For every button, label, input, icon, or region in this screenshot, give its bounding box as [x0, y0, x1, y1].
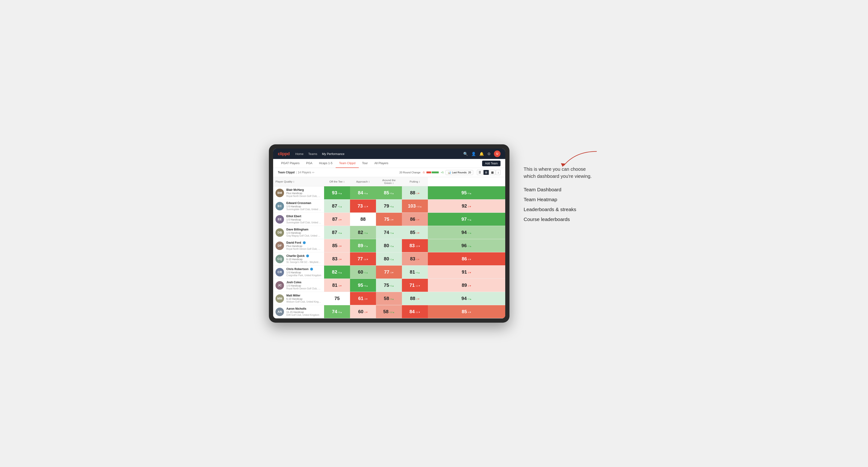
metric-cell-r4-c4: 96 +3▲	[428, 239, 505, 252]
player-handicap: 11-15 Handicap	[286, 311, 319, 313]
metric-change: +15▲	[416, 206, 422, 208]
col-player: Player Quality ↕	[273, 177, 324, 186]
change-neg: -5	[423, 171, 425, 174]
metric-inner: 87 +1▲	[324, 199, 350, 213]
search-icon[interactable]: 🔍	[463, 152, 468, 156]
metric-value: 83	[409, 243, 415, 248]
player-cell-3[interactable]: DB Dave Billingham 1-5 Handicap Gog Mago…	[273, 226, 324, 239]
metric-inner: 95 +9▲	[428, 186, 505, 199]
metric-value: 77	[384, 269, 389, 275]
table-row: EC Edward Crossman 1-5 Handicap Sunningd…	[273, 199, 505, 213]
sub-nav-tour[interactable]: Tour	[359, 159, 371, 168]
add-team-button[interactable]: Add Team	[482, 161, 500, 166]
metric-change: +4▲	[415, 272, 420, 274]
col-putting[interactable]: Putting ↕	[402, 177, 428, 186]
metric-inner: 58 +10▲	[376, 305, 402, 318]
metric-change: +8▲	[390, 192, 394, 195]
col-around-green[interactable]: Around the Green ↕	[376, 177, 402, 186]
col-off-tee[interactable]: Off the Tee ↕	[324, 177, 350, 186]
sub-nav-all-players[interactable]: All Players	[371, 159, 392, 168]
metric-value: 75	[384, 283, 389, 288]
nav-home[interactable]: Home	[295, 151, 304, 157]
nav-teams[interactable]: Teams	[308, 151, 317, 157]
metric-inner: 85 -3▼	[402, 226, 428, 239]
settings-icon[interactable]: ⚙	[487, 152, 491, 156]
metric-change: -4▼	[467, 311, 471, 313]
user-icon[interactable]: 👤	[471, 152, 476, 156]
metric-change: +5▲	[467, 219, 472, 221]
metric-value: 75	[335, 296, 340, 301]
player-cell-6[interactable]: CR Chris Robertson 1-5 Handicap Craigmil…	[273, 266, 324, 279]
view-buttons: ☰ ⊞ ▦ ↓	[477, 170, 500, 175]
option-course-leaderboards: Course leaderboards	[524, 217, 599, 222]
sub-nav-team-clippd[interactable]: Team Clippd	[336, 159, 359, 168]
view-grid-button[interactable]: ⊞	[483, 170, 489, 175]
option-team-heatmap: Team Heatmap	[524, 197, 599, 203]
annotation-intro: This is where you can choose which dashb…	[524, 165, 599, 180]
player-cell-5[interactable]: CQ Charlie Quick 6-10 Handicap St. Georg…	[273, 252, 324, 266]
metric-cell-r9-c0: 74 +8▲	[324, 305, 350, 318]
metric-value: 85	[384, 190, 389, 195]
metric-inner: 83 -10▼	[402, 239, 428, 252]
player-avatar: AN	[276, 308, 284, 316]
metric-inner: 74 +1▲	[376, 226, 402, 239]
player-cell-4[interactable]: DF David Ford Plus Handicap Royal North …	[273, 239, 324, 252]
metric-cell-r6-c1: 60 +2▲	[350, 266, 376, 279]
sub-nav-pga[interactable]: PGA	[303, 159, 316, 168]
table-row: AN Aaron Nicholls 11-15 Handicap Drift G…	[273, 305, 505, 318]
metric-inner: 84 -21▼	[402, 305, 428, 318]
metric-value: 84	[358, 190, 363, 195]
table-row: CQ Charlie Quick 6-10 Handicap St. Georg…	[273, 252, 505, 266]
metric-inner: 60 +2▲	[350, 266, 376, 279]
change-pos: +5	[441, 171, 444, 174]
player-handicap: 1-5 Handicap	[286, 218, 322, 221]
bell-icon[interactable]: 🔔	[479, 152, 484, 156]
metric-change: -3▼	[364, 298, 368, 300]
metric-cell-r4-c2: 80 +3▲	[376, 239, 402, 252]
player-cell-8[interactable]: MM Matt Miller 6-10 Handicap Woburn Golf…	[273, 292, 324, 305]
metric-cell-r5-c2: 80 +1▲	[376, 252, 402, 266]
player-name: Matt Miller	[286, 294, 322, 297]
user-avatar[interactable]: U	[494, 151, 500, 157]
metric-value: 88	[410, 190, 415, 195]
metric-value: 88	[410, 296, 415, 301]
metric-value: 75	[384, 217, 389, 222]
verified-badge	[306, 254, 309, 257]
table-row: DF David Ford Plus Handicap Royal North …	[273, 239, 505, 252]
view-heatmap-button[interactable]: ▦	[489, 170, 495, 175]
nav-my-performance[interactable]: My Performance	[322, 151, 344, 157]
metric-cell-r0-c0: 93 +4▲	[324, 186, 350, 199]
player-name: David Ford	[286, 241, 322, 244]
metric-value: 73	[358, 203, 363, 209]
edit-icon[interactable]: ✏	[312, 171, 315, 174]
player-name: Dave Billingham	[286, 228, 322, 231]
view-download-button[interactable]: ↓	[496, 170, 500, 175]
col-approach[interactable]: Approach ↕	[350, 177, 376, 186]
player-cell-1[interactable]: EC Edward Crossman 1-5 Handicap Sunningd…	[273, 199, 324, 213]
metric-value: 82	[358, 230, 363, 235]
player-cell-2[interactable]: EE Elliot Ebert 1-5 Handicap Sunningdale…	[273, 213, 324, 226]
metric-cell-r0-c1: 84 +6▲	[350, 186, 376, 199]
metric-change: -3▼	[467, 206, 471, 208]
metric-cell-r2-c4: 97 +5▲	[428, 213, 505, 226]
last-rounds-button[interactable]: 📊 Last Rounds: 20	[445, 170, 473, 175]
metric-change: -21▼	[415, 311, 420, 313]
metric-value: 92	[462, 203, 467, 209]
player-name: Charlie Quick	[286, 254, 322, 257]
metric-inner: 97 +5▲	[428, 213, 505, 226]
player-cell-0[interactable]: BM Blair McHarg Plus Handicap Royal Nort…	[273, 186, 324, 199]
sub-nav-hcaps[interactable]: Hcaps 1-5	[316, 159, 336, 168]
metric-cell-r7-c4: 89 -2▼	[428, 279, 505, 292]
metric-cell-r6-c2: 77 -3▼	[376, 266, 402, 279]
metric-change: -3▼	[416, 232, 420, 234]
view-list-button[interactable]: ☰	[477, 170, 483, 175]
sub-nav-pgat[interactable]: PGAT Players	[278, 159, 303, 168]
player-cell-7[interactable]: JC Josh Coles 1-5 Handicap Royal North D…	[273, 279, 324, 292]
metric-cell-r4-c3: 83 -10▼	[402, 239, 428, 252]
metric-inner: 75	[324, 292, 350, 305]
metric-value: 88	[361, 217, 366, 222]
metric-cell-r6-c4: 91 -3▼	[428, 266, 505, 279]
metric-inner: 87 +4▲	[324, 226, 350, 239]
player-cell-9[interactable]: AN Aaron Nicholls 11-15 Handicap Drift G…	[273, 305, 324, 318]
player-handicap: 1-5 Handicap	[286, 205, 322, 208]
